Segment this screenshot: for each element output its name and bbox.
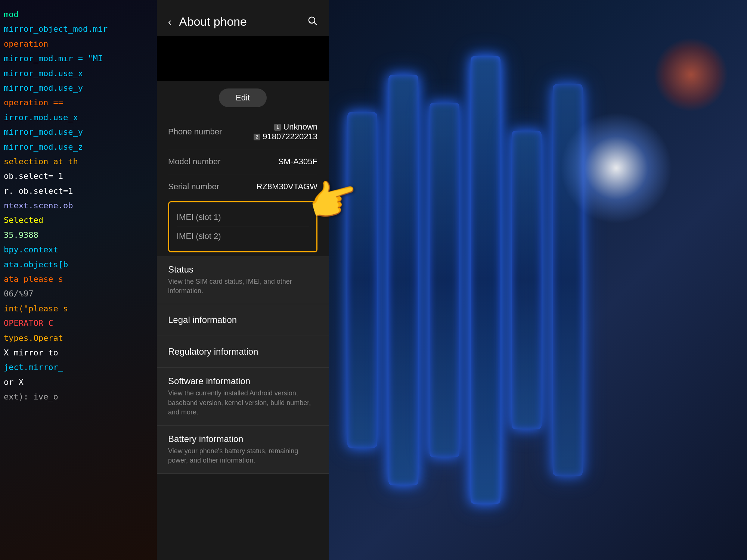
code-line: X mirror to [4,346,153,360]
blue-panel-2 [388,75,418,485]
code-line: 35.9388 [4,228,153,242]
page-title: About phone [179,15,307,29]
status-title: Status [168,264,317,275]
model-number-row: Model number SM-A305F [168,149,317,174]
code-line: OPERATOR C [4,316,153,330]
code-line: ject.mirror_ [4,360,153,374]
code-line: bpy.context [4,243,153,256]
phone-panel: ‹ About phone Edit Phone number 1Unknown… [157,0,329,560]
code-line: types.Operat [4,331,153,345]
phone-number-label: Phone number [168,127,222,137]
blue-panel-3 [430,103,459,457]
imei-slot2-row[interactable]: IMEI (slot 2) [177,227,309,246]
code-line: mirror_mod.use_y [4,125,153,139]
svg-point-0 [309,17,315,23]
software-information-menu-item[interactable]: Software information View the currently … [157,368,329,426]
phone-number-values: 1Unknown 2918072220213 [254,122,317,141]
imei-slot2-label: IMEI (slot 2) [177,231,221,241]
code-line: int("please s [4,302,153,315]
software-information-subtitle: View the currently installed Android ver… [168,389,317,417]
code-line: mirror_mod.use_x [4,66,153,80]
code-line: mirror_mod.mır = "MI [4,52,153,65]
code-line: selection at th [4,155,153,168]
sim2-icon: 2 [254,134,260,140]
code-line: 06/%97 [4,287,153,301]
bright-light-2 [654,37,728,112]
right-background [329,0,747,560]
code-line: mod [4,7,153,21]
header: ‹ About phone [157,0,329,36]
code-line: ata.objects[b [4,258,153,271]
code-line: ext): ive_o [4,390,153,404]
left-background: modmirror_object_mod.miroperationmirror_… [0,0,157,560]
model-number-label: Model number [168,157,221,167]
phone-number-row: Phone number 1Unknown 2918072220213 [168,115,317,149]
legal-information-title: Legal information [168,315,317,325]
code-overlay: modmirror_object_mod.miroperationmirror_… [0,0,157,560]
code-line: ob.select= 1 [4,169,153,183]
edit-button-wrap: Edit [157,81,329,115]
svg-line-1 [314,22,316,25]
battery-information-menu-item[interactable]: Battery information View your phone's ba… [157,426,329,474]
code-line: operation [4,37,153,51]
imei-section: IMEI (slot 1) IMEI (slot 2) [168,201,317,252]
serial-number-row: Serial number RZ8M30VTAGW [168,174,317,199]
code-line: mirror_mod.use_z [4,140,153,154]
imei-slot1-row[interactable]: IMEI (slot 1) [177,208,309,227]
blue-panel-4 [471,56,500,504]
back-button[interactable]: ‹ [168,16,171,28]
edit-button[interactable]: Edit [219,88,267,107]
code-line: ata please s [4,272,153,286]
regulatory-information-title: Regulatory information [168,346,317,357]
software-information-title: Software information [168,376,317,386]
model-number-value: SM-A305F [278,157,317,167]
status-subtitle: View the SIM card status, IMEI, and othe… [168,277,317,296]
sim1-icon: 1 [274,124,281,131]
code-line: mirror_mod.use_y [4,81,153,95]
bright-light-1 [560,112,672,224]
code-line: r. ob.select=1 [4,184,153,198]
code-line: Selected [4,213,153,227]
blue-panel-5 [512,131,542,429]
blue-panel-1 [347,112,377,448]
code-line: ntext.scene.ob [4,199,153,212]
phone-number-value-1: 1Unknown [274,122,317,132]
code-line: mirror_object_mod.mir [4,22,153,36]
menu-section: Status View the SIM card status, IMEI, a… [157,256,329,474]
code-line: irror.mod.use_x [4,111,153,124]
device-image [157,36,329,81]
battery-information-title: Battery information [168,434,317,444]
phone-number-value-2: 2918072220213 [254,132,317,141]
serial-number-label: Serial number [168,182,219,192]
code-line: operation == [4,96,153,109]
legal-information-menu-item[interactable]: Legal information [157,304,329,336]
status-menu-item[interactable]: Status View the SIM card status, IMEI, a… [157,256,329,304]
search-icon[interactable] [307,15,317,28]
battery-information-subtitle: View your phone's battery status, remain… [168,447,317,465]
imei-slot1-label: IMEI (slot 1) [177,212,221,222]
code-line: or X [4,375,153,389]
regulatory-information-menu-item[interactable]: Regulatory information [157,336,329,368]
